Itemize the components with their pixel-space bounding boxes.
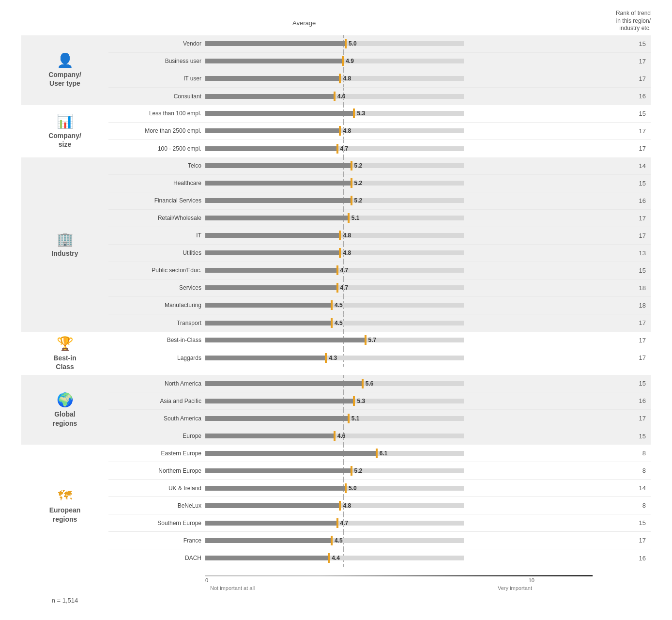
bar-marker (331, 318, 333, 328)
bar-area: 4.8 (205, 497, 593, 514)
data-row: More than 2500 empl.4.817 (108, 123, 651, 140)
bar-track: 4.8 (205, 122, 486, 140)
bar-value: 6.1 (380, 450, 388, 457)
data-row: IT4.817 (108, 227, 651, 245)
bar-marker (339, 231, 341, 240)
bar-marker (331, 536, 333, 545)
bar-value: 4.8 (343, 232, 351, 239)
row-label: Asia and Pacific (108, 398, 205, 404)
rank-value: 17 (593, 232, 651, 239)
rank-value: 15 (593, 110, 651, 117)
bar-value: 5.2 (354, 162, 363, 169)
bar-value: 4.7 (340, 284, 349, 291)
row-label: 100 - 2500 empl. (108, 145, 205, 152)
bar-marker (365, 335, 367, 345)
axis-label-left: Not important at all (210, 585, 255, 591)
section-icon-global-regions: 🌍 (57, 392, 74, 408)
bar-marker (339, 126, 341, 136)
sections-container: 👤Company/ User typeVendor5.015Business u… (21, 35, 651, 567)
rank-value: 14 (593, 484, 651, 492)
row-label: Transport (108, 320, 205, 326)
rows-col-global-regions: North America5.615Asia and Pacific5.316S… (108, 375, 651, 445)
data-row: Transport4.517 (108, 314, 651, 332)
section-name-industry: Industry (51, 249, 78, 258)
bar-track: 4.5 (205, 314, 486, 332)
data-row: DACH4.416 (108, 549, 651, 567)
data-row: France4.517 (108, 532, 651, 549)
bar-area: 6.1 (205, 445, 593, 462)
bar-dark (205, 111, 354, 116)
row-label: Best-in-Class (108, 337, 205, 343)
bar-area: 4.7 (205, 262, 593, 279)
rank-value: 17 (593, 127, 651, 135)
bar-dark (205, 556, 329, 560)
bar-marker (336, 265, 338, 275)
bar-track: 5.7 (205, 331, 486, 349)
bar-area: 4.7 (205, 514, 593, 532)
bar-marker (353, 108, 355, 118)
section-name-global-regions: Global regions (53, 410, 77, 427)
bar-dark (205, 321, 332, 326)
bar-marker (351, 196, 352, 205)
bar-area: 4.9 (205, 52, 593, 70)
bar-track: 4.7 (205, 262, 486, 279)
bar-marker (351, 466, 352, 476)
bar-value: 4.7 (340, 145, 349, 152)
bar-track: 5.3 (205, 105, 486, 122)
bar-marker (362, 379, 364, 388)
section-label-col-european-regions: 🗺European regions (21, 445, 108, 567)
bar-dark (205, 538, 332, 543)
bar-track: 5.2 (205, 462, 486, 480)
axis-ten: 10 (529, 577, 535, 583)
data-row: Southern Europe4.715 (108, 514, 651, 532)
data-row: Consultant4.616 (108, 88, 651, 105)
row-label: BeNeLux (108, 502, 205, 509)
row-label: IT (108, 232, 205, 239)
section-icon-company-size: 📊 (57, 113, 74, 129)
bar-dark (205, 303, 332, 308)
bar-track: 4.5 (205, 296, 486, 314)
row-label: More than 2500 empl. (108, 127, 205, 134)
footer-row: n = 1,514 (21, 593, 651, 604)
bar-track: 5.0 (205, 480, 486, 497)
rank-value: 17 (593, 145, 651, 152)
rank-value: 17 (593, 354, 651, 361)
bar-value: 4.8 (343, 502, 351, 509)
section-name-company-size: Company/ size (48, 131, 81, 149)
row-label: Retail/Wholesale (108, 215, 205, 221)
bar-value: 5.0 (349, 485, 357, 492)
bar-value: 5.2 (354, 180, 363, 186)
row-label: Laggards (108, 355, 205, 361)
rank-value: 17 (593, 337, 651, 344)
bar-dark (205, 521, 337, 526)
bar-marker (342, 56, 344, 66)
data-row: Eastern Europe6.18 (108, 445, 651, 462)
bar-track: 5.0 (205, 35, 486, 52)
section-company-user-type: 👤Company/ User typeVendor5.015Business u… (21, 35, 651, 105)
bar-area: 4.5 (205, 532, 593, 549)
rank-value: 15 (593, 519, 651, 527)
bar-dark (205, 94, 335, 99)
data-row: Vendor5.015 (108, 35, 651, 53)
rank-value: 18 (593, 302, 651, 309)
row-label: Eastern Europe (108, 450, 205, 457)
bar-dark (205, 41, 346, 46)
rank-label: Rank of trendin this region/industry etc… (593, 10, 651, 32)
bar-marker (336, 144, 338, 154)
bar-value: 4.8 (343, 127, 351, 134)
bar-track: 5.6 (205, 375, 486, 392)
bar-value: 4.5 (335, 302, 343, 309)
section-name-european-regions: European regions (49, 506, 81, 523)
bar-marker (336, 283, 338, 293)
chart-container: Average Rank of trendin this region/indu… (21, 10, 651, 604)
section-company-size: 📊Company/ sizeLess than 100 empl.5.315Mo… (21, 105, 651, 157)
bar-value: 5.2 (354, 467, 363, 474)
bar-track: 4.8 (205, 227, 486, 244)
data-row: Best-in-Class5.717 (108, 332, 651, 349)
data-row: South America5.117 (108, 410, 651, 427)
data-row: BeNeLux4.88 (108, 497, 651, 514)
rank-value: 15 (593, 180, 651, 187)
data-row: 100 - 2500 empl.4.717 (108, 140, 651, 157)
bar-area: 4.8 (205, 122, 593, 140)
row-label: Telco (108, 162, 205, 169)
